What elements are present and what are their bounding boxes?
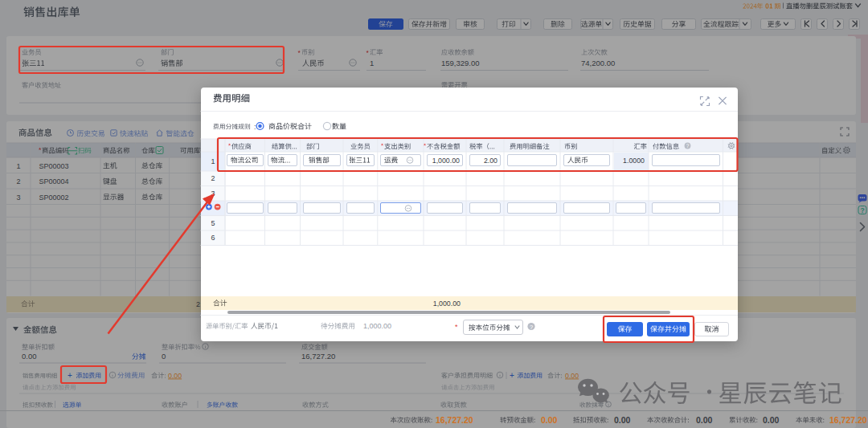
- svg-text:0.00: 0.00: [763, 415, 780, 425]
- svg-text:0.00: 0.00: [541, 415, 558, 425]
- svg-text:16,727.20: 16,727.20: [829, 415, 867, 425]
- svg-text:16,727.20: 16,727.20: [436, 415, 473, 425]
- svg-text:0.00: 0.00: [696, 415, 713, 425]
- svg-text:0.00: 0.00: [614, 415, 631, 425]
